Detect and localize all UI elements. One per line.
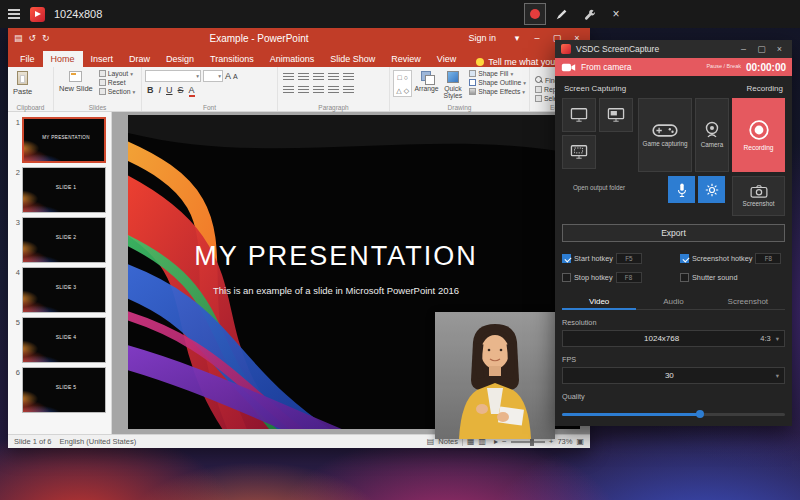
slide-title-text[interactable]: MY PRESENTATION	[128, 241, 544, 272]
redo-icon[interactable]: ↻	[42, 33, 50, 43]
quick-styles-button[interactable]: Quick Styles	[441, 70, 466, 100]
reset-button[interactable]: Reset	[99, 79, 135, 86]
tab-draw[interactable]: Draw	[121, 51, 158, 67]
tab-audio[interactable]: Audio	[636, 294, 710, 310]
start-hotkey-field[interactable]: F5	[616, 253, 642, 264]
vsdc-minimize-button[interactable]: –	[737, 44, 750, 54]
arrange-button[interactable]: Arrange	[412, 70, 440, 93]
zoom-slider[interactable]	[511, 441, 545, 443]
vsdc-titlebar[interactable]: VSDC ScreenCapture – ▢ ×	[555, 40, 792, 58]
screenshot-hotkey-checkbox[interactable]	[680, 254, 689, 263]
slide-subtitle-text[interactable]: This is an example of a slide in Microso…	[128, 285, 544, 296]
quality-slider-handle[interactable]	[696, 410, 704, 418]
stop-hotkey-checkbox[interactable]	[562, 273, 571, 282]
resolution-select[interactable]: 1024x768 4:3 ▾	[562, 330, 785, 347]
ppt-minimize-button[interactable]: –	[530, 33, 544, 43]
font-name-select[interactable]: ▾	[145, 70, 201, 82]
window-capture-button[interactable]	[599, 98, 633, 132]
fullscreen-capture-button[interactable]	[562, 98, 596, 132]
shutter-sound-checkbox[interactable]	[680, 273, 689, 282]
indent-increase-icon[interactable]	[328, 73, 339, 82]
shape-effects-button[interactable]: Shape Effects▾	[469, 88, 526, 95]
recording-button[interactable]: Recording	[732, 98, 785, 172]
export-button[interactable]: Export	[562, 224, 785, 242]
italic-button[interactable]: I	[159, 85, 162, 95]
slide-thumbnail[interactable]: MY PRESENTATION	[22, 117, 106, 163]
slide-thumb-3[interactable]: 3 SLIDE 2	[10, 217, 108, 263]
tab-review[interactable]: Review	[383, 51, 429, 67]
slide-thumbnail[interactable]: SLIDE 2	[22, 217, 106, 263]
toolbar-close-button[interactable]: ×	[605, 3, 627, 25]
draw-pen-button[interactable]	[551, 3, 573, 25]
record-button[interactable]	[524, 3, 546, 25]
shape-fill-button[interactable]: Shape Fill▾	[469, 70, 526, 77]
grow-font-button[interactable]: A	[225, 71, 231, 81]
fit-slide-icon[interactable]: ▣	[576, 437, 584, 446]
align-right-icon[interactable]	[313, 86, 324, 95]
slide-thumb-2[interactable]: 2 SLIDE 1	[10, 167, 108, 213]
slide-thumb-4[interactable]: 4 SLIDE 3	[10, 267, 108, 313]
quality-slider[interactable]	[562, 409, 785, 419]
fps-select[interactable]: 30 ▾	[562, 367, 785, 384]
slide-thumbnail[interactable]: SLIDE 4	[22, 317, 106, 363]
undo-icon[interactable]: ↺	[29, 33, 37, 43]
shape-outline-button[interactable]: Shape Outline▾	[469, 79, 526, 86]
numbering-icon[interactable]	[298, 73, 309, 82]
region-capture-button[interactable]	[562, 135, 596, 169]
section-button[interactable]: Section▾	[99, 88, 135, 95]
slide-thumb-5[interactable]: 5 SLIDE 4	[10, 317, 108, 363]
tab-home[interactable]: Home	[43, 51, 83, 67]
tab-view[interactable]: View	[429, 51, 464, 67]
ppt-titlebar[interactable]: ▤ ↺ ↻ Example - PowerPoint Sign in ▾ – ▢…	[8, 28, 590, 48]
tab-insert[interactable]: Insert	[83, 51, 122, 67]
line-spacing-icon[interactable]	[343, 73, 354, 82]
screenshot-button[interactable]: Screenshot	[732, 176, 785, 216]
webcam-overlay[interactable]	[435, 312, 555, 439]
tab-slide-show[interactable]: Slide Show	[322, 51, 383, 67]
tab-video[interactable]: Video	[562, 294, 636, 310]
strikethrough-button[interactable]: S	[178, 85, 184, 95]
shrink-font-button[interactable]: A	[233, 73, 238, 80]
slide-thumbnail[interactable]: SLIDE 5	[22, 367, 106, 413]
tab-file[interactable]: File	[12, 51, 43, 67]
tab-design[interactable]: Design	[158, 51, 202, 67]
microphone-toggle-button[interactable]	[668, 176, 695, 203]
bullets-icon[interactable]	[283, 73, 294, 82]
source-label[interactable]: From camera	[581, 62, 701, 72]
slide-thumb-1[interactable]: 1 MY PRESENTATION	[10, 117, 108, 163]
settings-button[interactable]	[698, 176, 725, 203]
stop-hotkey-field[interactable]: F8	[616, 272, 642, 283]
font-color-button[interactable]: A	[189, 86, 195, 97]
bold-button[interactable]: B	[147, 85, 154, 95]
zoom-percent[interactable]: 73%	[557, 437, 572, 446]
align-center-icon[interactable]	[298, 86, 309, 95]
game-capturing-button[interactable]: Game capturing	[638, 98, 692, 172]
columns-icon[interactable]	[343, 86, 354, 95]
sign-in-link[interactable]: Sign in	[468, 33, 496, 43]
font-size-select[interactable]: ▾	[203, 70, 223, 82]
indent-decrease-icon[interactable]	[313, 73, 324, 82]
justify-icon[interactable]	[328, 86, 339, 95]
menu-icon[interactable]	[8, 9, 20, 19]
tools-wrench-button[interactable]	[578, 3, 600, 25]
start-hotkey-checkbox[interactable]	[562, 254, 571, 263]
shapes-gallery[interactable]: □ ○ △ ◇ → ☆ ▭ ○	[393, 70, 412, 97]
app-logo-icon[interactable]	[30, 7, 45, 22]
slide-thumbnail[interactable]: SLIDE 1	[22, 167, 106, 213]
ribbon-options-icon[interactable]: ▾	[510, 33, 524, 43]
open-output-folder-link[interactable]: Open output folder	[562, 184, 636, 192]
vsdc-close-button[interactable]: ×	[773, 44, 786, 54]
tab-transitions[interactable]: Transitions	[202, 51, 262, 67]
tab-screenshot[interactable]: Screenshot	[711, 294, 785, 310]
layout-button[interactable]: Layout▾	[99, 70, 135, 77]
tab-animations[interactable]: Animations	[262, 51, 323, 67]
slide-thumbnail[interactable]: SLIDE 3	[22, 267, 106, 313]
camera-button[interactable]: Camera	[695, 98, 729, 172]
language-indicator[interactable]: English (United States)	[60, 437, 137, 446]
underline-button[interactable]: U	[166, 85, 173, 95]
screenshot-hotkey-field[interactable]: F8	[755, 253, 781, 264]
vsdc-maximize-button[interactable]: ▢	[755, 44, 768, 54]
paste-button[interactable]: Paste	[11, 70, 34, 97]
align-left-icon[interactable]	[283, 86, 294, 95]
notes-icon[interactable]: ▤	[427, 437, 435, 446]
